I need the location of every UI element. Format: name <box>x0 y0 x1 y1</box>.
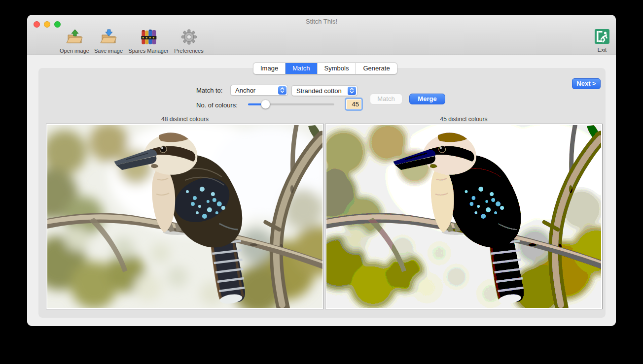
window-title: Stitch This! <box>27 18 616 25</box>
brand-dropdown-value: Anchor <box>231 87 255 94</box>
matched-image-frame <box>325 124 603 309</box>
chevron-up-down-icon <box>278 86 286 95</box>
right-image-caption: 45 distinct colours <box>325 116 603 123</box>
exit-button[interactable]: Exit <box>594 28 610 53</box>
thread-type-dropdown-value: Stranded cotton <box>292 87 342 95</box>
chevron-up-down-icon <box>348 87 356 95</box>
save-image-icon <box>94 28 123 47</box>
tab-generate[interactable]: Generate <box>356 63 396 74</box>
original-image-frame <box>46 124 324 309</box>
app-window: Stitch This! Open image Save image <box>27 15 616 326</box>
tab-bar: Image Match Symbols Generate <box>253 63 397 74</box>
thread-type-dropdown[interactable]: Stranded cotton <box>291 85 357 96</box>
titlebar: Stitch This! Open image Save image <box>27 15 616 55</box>
matched-image <box>326 125 601 308</box>
open-image-button[interactable]: Open image <box>60 28 89 54</box>
save-image-label: Save image <box>94 48 123 54</box>
colours-slider-thumb[interactable] <box>261 99 270 109</box>
original-image <box>47 125 322 308</box>
match-button[interactable]: Match <box>370 94 402 104</box>
preferences-label: Preferences <box>174 48 203 54</box>
colours-slider[interactable] <box>248 103 334 105</box>
spares-manager-label: Spares Manager <box>128 48 168 54</box>
open-image-icon <box>60 28 89 47</box>
preferences-button[interactable]: Preferences <box>174 28 203 54</box>
spares-manager-icon <box>128 28 168 47</box>
next-button[interactable]: Next > <box>572 78 601 89</box>
gear-icon <box>174 28 203 47</box>
brand-dropdown[interactable]: Anchor <box>230 85 288 96</box>
tab-match[interactable]: Match <box>286 63 317 74</box>
save-image-button[interactable]: Save image <box>94 28 123 54</box>
no-of-colours-label: No. of colours: <box>196 101 238 109</box>
left-image-caption: 48 distinct colours <box>46 116 324 123</box>
exit-icon <box>594 28 610 46</box>
match-to-label: Match to: <box>196 87 222 94</box>
colours-input[interactable] <box>346 99 361 109</box>
tab-image[interactable]: Image <box>253 63 286 74</box>
merge-button[interactable]: Merge <box>409 94 445 104</box>
open-image-label: Open image <box>60 48 89 54</box>
spares-manager-button[interactable]: Spares Manager <box>128 28 168 54</box>
exit-label: Exit <box>598 47 607 53</box>
tab-symbols[interactable]: Symbols <box>318 63 357 74</box>
